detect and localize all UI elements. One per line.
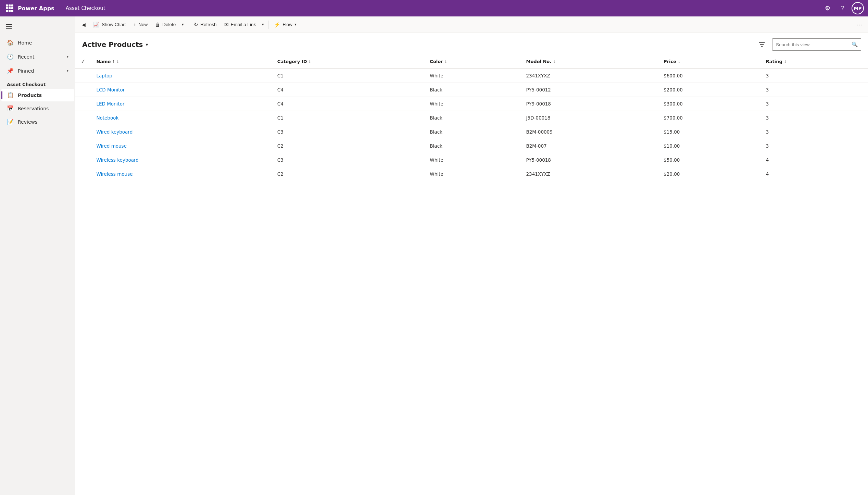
- row-checkbox-7[interactable]: [75, 167, 91, 181]
- row-name-2[interactable]: LED Monitor: [91, 97, 272, 111]
- th-price-label: Price: [664, 59, 676, 64]
- row-checkbox-2[interactable]: [75, 97, 91, 111]
- search-input[interactable]: [772, 40, 848, 50]
- view-header: Active Products ▾ 🔍: [75, 33, 868, 55]
- app-name: Power Apps: [18, 5, 60, 12]
- row-model-1: PY5-00012: [520, 83, 658, 97]
- sidebar-item-home[interactable]: 🏠 Home: [1, 36, 74, 49]
- email-link-button[interactable]: ✉ Email a Link: [221, 20, 260, 30]
- sidebar-item-reviews[interactable]: 📝 Reviews: [1, 115, 74, 128]
- th-model-no: Model No. ↓: [520, 55, 658, 69]
- filter-button[interactable]: [756, 38, 768, 51]
- row-checkbox-6[interactable]: [75, 153, 91, 167]
- row-color-1: Black: [424, 83, 520, 97]
- th-category-chevron-icon[interactable]: ↓: [308, 60, 311, 63]
- row-rating-4: 3: [760, 125, 868, 139]
- sidebar: 🏠 Home 🕐 Recent ▾ 📌 Pinned ▾ Asset Check…: [0, 16, 75, 495]
- th-color: Color ↓: [424, 55, 520, 69]
- content-area: ◀ 📈 Show Chart + New 🗑 Delete ▾ ↻ Refres…: [75, 16, 868, 495]
- row-color-7: White: [424, 167, 520, 181]
- row-color-0: White: [424, 69, 520, 83]
- th-color-label: Color: [430, 59, 443, 64]
- sidebar-item-recent[interactable]: 🕐 Recent ▾: [1, 50, 74, 63]
- th-rating-chevron-icon[interactable]: ↓: [784, 60, 787, 63]
- email-chevron-button[interactable]: ▾: [260, 20, 266, 29]
- row-model-2: PY9-00018: [520, 97, 658, 111]
- main-layout: 🏠 Home 🕐 Recent ▾ 📌 Pinned ▾ Asset Check…: [0, 16, 868, 495]
- th-category-id: Category ID ↓: [272, 55, 425, 69]
- new-label: New: [138, 22, 148, 27]
- th-name: Name ↑ ↓: [91, 55, 272, 69]
- row-color-5: Black: [424, 139, 520, 153]
- table-area: Active Products ▾ 🔍: [75, 33, 868, 495]
- th-rating-label: Rating: [766, 59, 782, 64]
- row-price-5: $10.00: [658, 139, 760, 153]
- avatar[interactable]: MP: [852, 2, 864, 14]
- th-name-label: Name: [96, 59, 111, 64]
- sidebar-item-pinned[interactable]: 📌 Pinned ▾: [1, 64, 74, 77]
- header-icons: ⚙ ? MP: [821, 2, 864, 14]
- th-name-sort-desc-icon[interactable]: ↓: [116, 60, 119, 63]
- show-chart-label: Show Chart: [102, 22, 126, 27]
- row-name-3[interactable]: Notebook: [91, 111, 272, 125]
- th-rating: Rating ↓: [760, 55, 868, 69]
- row-name-6[interactable]: Wireless keyboard: [91, 153, 272, 167]
- sidebar-item-products[interactable]: 📋 Products: [1, 89, 74, 101]
- row-checkbox-0[interactable]: [75, 69, 91, 83]
- row-category-1: C4: [272, 83, 425, 97]
- delete-chevron-button[interactable]: ▾: [180, 20, 186, 29]
- row-color-3: Black: [424, 111, 520, 125]
- row-price-4: $15.00: [658, 125, 760, 139]
- row-model-0: 2341XYXZ: [520, 69, 658, 83]
- refresh-button[interactable]: ↻ Refresh: [190, 20, 220, 30]
- row-checkbox-5[interactable]: [75, 139, 91, 153]
- reviews-label: Reviews: [18, 119, 37, 125]
- home-label: Home: [18, 40, 68, 46]
- row-rating-3: 3: [760, 111, 868, 125]
- row-category-4: C3: [272, 125, 425, 139]
- search-box: 🔍: [772, 38, 861, 51]
- table-row: Wireless keyboard C3 White PY5-00018 $50…: [75, 153, 868, 167]
- select-all-checkbox[interactable]: ✓: [75, 55, 91, 69]
- th-price-chevron-icon[interactable]: ↓: [678, 60, 680, 63]
- more-button[interactable]: ⋯: [854, 19, 865, 30]
- row-name-1[interactable]: LCD Monitor: [91, 83, 272, 97]
- th-color-chevron-icon[interactable]: ↓: [444, 60, 447, 63]
- sidebar-item-reservations[interactable]: 📅 Reservations: [1, 102, 74, 115]
- row-checkbox-3[interactable]: [75, 111, 91, 125]
- row-name-5[interactable]: Wired mouse: [91, 139, 272, 153]
- th-name-sort-asc-icon[interactable]: ↑: [112, 60, 115, 63]
- row-name-0[interactable]: Laptop: [91, 69, 272, 83]
- help-button[interactable]: ?: [836, 2, 849, 14]
- hamburger-button[interactable]: [3, 21, 15, 33]
- row-color-6: White: [424, 153, 520, 167]
- row-rating-2: 3: [760, 97, 868, 111]
- search-button[interactable]: 🔍: [848, 39, 861, 50]
- pinned-chevron-icon: ▾: [66, 69, 68, 73]
- delete-button[interactable]: 🗑 Delete: [152, 20, 179, 29]
- new-button[interactable]: + New: [130, 20, 151, 29]
- row-checkbox-4[interactable]: [75, 125, 91, 139]
- row-rating-7: 4: [760, 167, 868, 181]
- table-row: LCD Monitor C4 Black PY5-00012 $200.00 3: [75, 83, 868, 97]
- view-title-text: Active Products: [82, 40, 143, 49]
- waffle-icon[interactable]: [4, 3, 15, 14]
- row-price-3: $700.00: [658, 111, 760, 125]
- show-chart-button[interactable]: 📈 Show Chart: [90, 20, 129, 30]
- home-icon: 🏠: [7, 39, 14, 46]
- th-model-chevron-icon[interactable]: ↓: [553, 60, 555, 63]
- view-title[interactable]: Active Products ▾: [82, 40, 148, 49]
- email-icon: ✉: [224, 22, 229, 28]
- recent-icon: 🕐: [7, 53, 14, 60]
- row-name-7[interactable]: Wireless mouse: [91, 167, 272, 181]
- reservations-icon: 📅: [7, 105, 14, 112]
- back-button[interactable]: ◀: [78, 19, 89, 30]
- flow-button[interactable]: ⚡ Flow ▾: [271, 20, 300, 30]
- separator-2: [268, 21, 268, 29]
- row-checkbox-1[interactable]: [75, 83, 91, 97]
- flow-label: Flow: [282, 22, 292, 27]
- filter-icon: [759, 41, 765, 48]
- chart-icon: 📈: [93, 22, 100, 28]
- row-name-4[interactable]: Wired keyboard: [91, 125, 272, 139]
- settings-button[interactable]: ⚙: [821, 2, 834, 14]
